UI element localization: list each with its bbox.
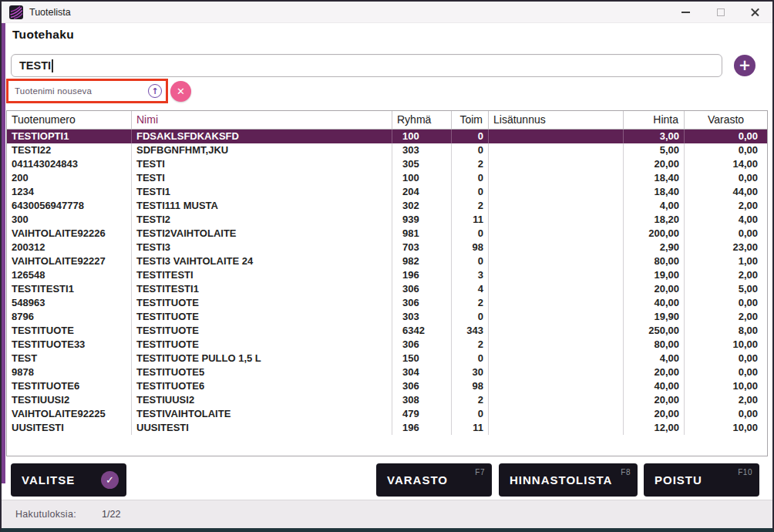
cell-toim: 0 — [452, 130, 489, 143]
table-row[interactable]: TESTITUOTE33TESTITUOTE306280,0010,00 — [7, 338, 767, 352]
table-row[interactable]: VAIHTOLAITE92227TESTI3 VAIHTOLAITE 24982… — [7, 254, 767, 268]
table-row[interactable]: TESTIUUSI2TESTIUUSI2308220,002,00 — [7, 393, 767, 407]
maximize-button[interactable] — [703, 2, 738, 22]
cell-hinta: 20,00 — [624, 157, 685, 171]
clear-search-button[interactable]: ✕ — [170, 81, 191, 102]
cell-toim: 343 — [452, 324, 489, 338]
cell-hinta: 200,00 — [624, 227, 685, 241]
table-row[interactable]: 200TESTI100018,400,00 — [7, 171, 767, 185]
cell-toim: 98 — [452, 379, 489, 393]
table-row[interactable]: 041143024843TESTI305220,0014,00 — [7, 157, 767, 171]
table-row[interactable]: TESTIOPTI1FDSAKLSFDKAKSFD10003,000,00 — [7, 130, 767, 143]
table-row[interactable]: 300TESTI29391118,204,00 — [7, 213, 767, 227]
column-header-lisatunnus[interactable]: Lisätunnus — [489, 111, 624, 129]
cell-ryhma: 703 — [392, 241, 452, 254]
cell-tuotenumero: TESTITUOTE — [7, 324, 132, 338]
cell-nimi: TESTITUOTE PULLO 1,5 L — [132, 352, 392, 365]
cell-tuotenumero: TESTIUUSI2 — [7, 393, 132, 407]
cell-tuotenumero: 9878 — [7, 365, 132, 379]
close-button[interactable] — [738, 2, 772, 22]
table-row[interactable]: TESTITESTI1TESTITESTI1306420,005,00 — [7, 282, 767, 296]
cell-ryhma: 196 — [392, 268, 452, 282]
add-product-button[interactable]: + — [734, 55, 755, 76]
cell-hinta: 5,00 — [624, 143, 685, 157]
valitse-button[interactable]: VALITSE ✓ — [11, 463, 126, 497]
column-header-toim[interactable]: Toim — [452, 111, 489, 129]
table-row[interactable]: 6430056947778TESTI111 MUSTA30224,002,00 — [7, 199, 767, 213]
cell-varasto: 2,00 — [685, 393, 767, 407]
cell-hinta: 20,00 — [624, 365, 685, 379]
cell-lisatunnus — [489, 143, 624, 157]
column-header-varasto[interactable]: Varasto — [685, 111, 767, 129]
hinnastolista-button[interactable]: HINNASTOLISTA F8 — [499, 463, 638, 497]
hinnastolista-label: HINNASTOLISTA — [510, 473, 612, 487]
cell-toim: 2 — [452, 199, 489, 213]
table-row[interactable]: 9878TESTITUOTE53043020,000,00 — [7, 365, 767, 379]
cell-nimi: TESTI1 — [132, 185, 392, 199]
text-caret — [52, 59, 53, 72]
cell-varasto: 0,00 — [685, 130, 767, 143]
cell-lisatunnus — [489, 213, 624, 227]
cell-nimi: TESTI — [132, 157, 392, 171]
table-row[interactable]: 200312TESTI3703982,9023,00 — [7, 241, 767, 254]
search-input[interactable]: TESTI — [11, 54, 722, 77]
cell-nimi: SDFBGNFHMT,JKU — [132, 143, 392, 157]
cell-ryhma: 981 — [392, 227, 452, 241]
cell-nimi: TESTITESTI1 — [132, 282, 392, 296]
close-icon: ✕ — [177, 86, 185, 96]
varasto-button[interactable]: VARASTO F7 — [376, 463, 492, 497]
cell-varasto: 0,00 — [685, 365, 767, 379]
cell-tuotenumero: 6430056947778 — [7, 199, 132, 213]
table-row[interactable]: TESTITUOTETESTITUOTE6342343250,008,00 — [7, 324, 767, 338]
table-row[interactable]: 1234TESTI1204018,4044,00 — [7, 185, 767, 199]
cell-ryhma: 306 — [392, 379, 452, 393]
table-row[interactable]: 548963TESTITUOTE306240,000,00 — [7, 296, 767, 310]
cell-ryhma: 196 — [392, 421, 452, 435]
cell-tuotenumero: VAIHTOLAITE92225 — [7, 407, 132, 421]
cell-lisatunnus — [489, 379, 624, 393]
hinnastolista-shortcut: F8 — [621, 468, 631, 476]
table-row[interactable]: 126548TESTITESTI196319,002,00 — [7, 268, 767, 282]
cell-nimi: FDSAKLSFDKAKSFD — [132, 130, 392, 143]
cell-hinta: 18,40 — [624, 171, 685, 185]
cell-toim: 0 — [452, 227, 489, 241]
table-row[interactable]: VAIHTOLAITE92226TESTI2VAIHTOLAITE9810200… — [7, 227, 767, 241]
cell-varasto: 10,00 — [685, 421, 767, 435]
cell-lisatunnus — [489, 199, 624, 213]
table-row[interactable]: VAIHTOLAITE92225TESTIVAIHTOLAITE479020,0… — [7, 407, 767, 421]
cell-varasto: 2,00 — [685, 310, 767, 324]
minimize-button[interactable] — [668, 2, 703, 22]
plus-icon: + — [739, 58, 751, 72]
cell-lisatunnus — [489, 254, 624, 268]
cell-nimi: TESTIUUSI2 — [132, 393, 392, 407]
table-row[interactable]: 8796TESTITUOTE303019,902,00 — [7, 310, 767, 324]
cell-tuotenumero: TEST — [7, 352, 132, 365]
cell-toim: 0 — [452, 254, 489, 268]
cell-varasto: 2,00 — [685, 268, 767, 282]
poistu-button[interactable]: POISTU F10 — [644, 463, 759, 497]
cell-hinta: 40,00 — [624, 379, 685, 393]
table-row[interactable]: TESTTESTITUOTE PULLO 1,5 L15004,000,00 — [7, 352, 767, 365]
cell-toim: 0 — [452, 171, 489, 185]
cell-toim: 0 — [452, 185, 489, 199]
table-row[interactable]: TESTITUOTE6TESTITUOTE63069840,0010,00 — [7, 379, 767, 393]
page-title: Tuotehaku — [12, 28, 74, 42]
cell-tuotenumero: VAIHTOLAITE92227 — [7, 254, 132, 268]
cell-hinta: 4,00 — [624, 199, 685, 213]
cell-ryhma: 303 — [392, 143, 452, 157]
cell-toim: 2 — [452, 338, 489, 352]
cell-ryhma: 150 — [392, 352, 452, 365]
column-header-hinta[interactable]: Hinta — [624, 111, 685, 129]
cell-nimi: TESTITUOTE6 — [132, 379, 392, 393]
column-header-ryhma[interactable]: Ryhmä — [392, 111, 452, 129]
column-header-nimi[interactable]: Nimi — [132, 111, 392, 129]
column-header-tuotenumero[interactable]: Tuotenumero — [7, 111, 132, 129]
cell-tuotenumero: VAIHTOLAITE92226 — [7, 227, 132, 241]
table-row[interactable]: UUSITESTIUUSITESTI1961112,0010,00 — [7, 421, 767, 435]
table-row[interactable]: TESTI22SDFBGNFHMT,JKU30305,000,00 — [7, 143, 767, 157]
minimize-icon — [681, 12, 690, 13]
sort-order-dropdown[interactable]: Tuotenimi nouseva ↑ — [8, 81, 166, 101]
cell-ryhma: 479 — [392, 407, 452, 421]
search-query-text: TESTI — [19, 59, 51, 72]
sort-ascending-icon: ↑ — [148, 84, 162, 98]
